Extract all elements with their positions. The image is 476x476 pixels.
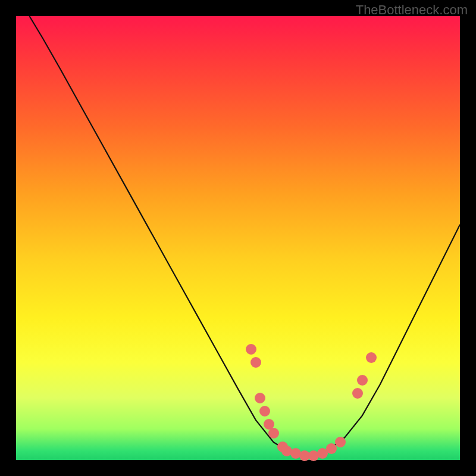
- chart-background-gradient: [16, 16, 460, 460]
- watermark-text: TheBottleneck.com: [356, 2, 468, 18]
- data-point: [357, 375, 368, 386]
- data-point: [255, 393, 265, 403]
- data-point: [335, 437, 346, 447]
- data-point: [352, 388, 363, 399]
- data-point: [250, 357, 261, 368]
- data-point: [366, 352, 377, 363]
- data-point: [246, 344, 256, 355]
- data-point: [268, 428, 279, 439]
- data-point: [326, 443, 337, 454]
- data-point: [259, 406, 270, 416]
